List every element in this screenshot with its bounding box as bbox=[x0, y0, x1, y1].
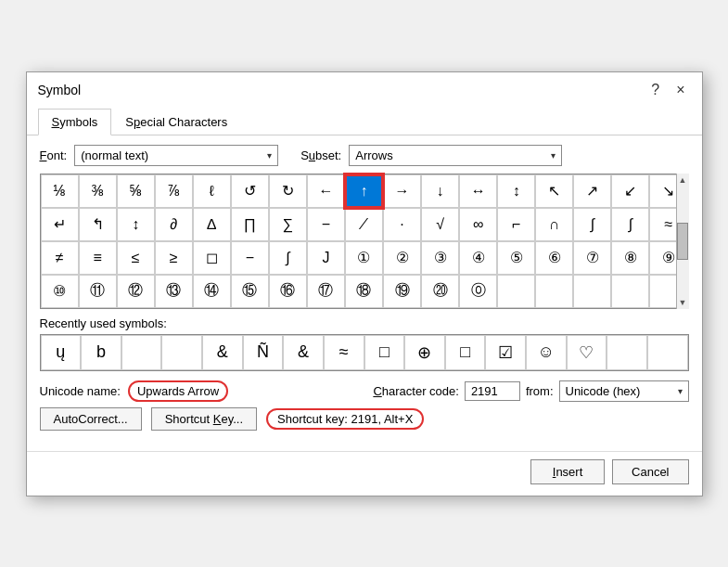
unicode-name-row: Unicode name: Upwards Arrow Character co… bbox=[40, 380, 689, 402]
recent-cell[interactable]: b bbox=[81, 335, 121, 370]
recent-cell[interactable]: ♡ bbox=[567, 335, 607, 370]
symbol-cell[interactable]: ⑯ bbox=[269, 275, 307, 308]
recent-cell[interactable]: ☑ bbox=[485, 335, 526, 370]
from-select[interactable]: Unicode (hex) ▾ bbox=[559, 380, 689, 402]
symbol-cell[interactable]: ∫ bbox=[573, 208, 611, 241]
symbol-cell[interactable]: ⓪ bbox=[459, 275, 497, 308]
symbol-cell[interactable]: ∑ bbox=[269, 208, 307, 241]
symbol-cell[interactable]: ⑰ bbox=[307, 275, 345, 308]
symbol-cell[interactable]: ↙ bbox=[611, 174, 649, 208]
symbol-cell[interactable]: ∂ bbox=[155, 208, 193, 241]
symbol-cell[interactable]: ≥ bbox=[155, 241, 193, 275]
symbol-cell[interactable]: ∫ bbox=[269, 241, 307, 275]
recent-cell[interactable] bbox=[161, 335, 202, 370]
symbol-cell[interactable]: ⑦ bbox=[573, 241, 611, 275]
symbol-cell[interactable]: ⑤ bbox=[497, 241, 535, 275]
symbol-cell[interactable]: ⅛ bbox=[41, 174, 79, 208]
symbol-cell[interactable]: ⑬ bbox=[155, 275, 193, 308]
recent-cell[interactable]: ⊕ bbox=[404, 335, 445, 370]
symbol-cell[interactable]: − bbox=[307, 208, 345, 241]
symbol-cell[interactable]: ∏ bbox=[231, 208, 269, 241]
symbol-cell[interactable]: ≠ bbox=[41, 241, 79, 275]
symbol-cell[interactable]: ↻ bbox=[269, 174, 307, 208]
symbol-cell[interactable]: ↺ bbox=[231, 174, 269, 208]
cancel-button[interactable]: Cancel bbox=[612, 459, 688, 484]
symbol-cell[interactable] bbox=[535, 275, 573, 308]
symbol-cell[interactable]: ≡ bbox=[79, 241, 117, 275]
symbol-cell[interactable]: ≤ bbox=[117, 241, 155, 275]
symbol-cell[interactable]: ⑲ bbox=[383, 275, 421, 308]
symbol-cell[interactable]: ◻ bbox=[193, 241, 231, 275]
symbol-cell[interactable]: ↕ bbox=[497, 174, 535, 208]
symbol-cell[interactable] bbox=[573, 275, 611, 308]
symbol-cell[interactable]: ⑳ bbox=[421, 275, 459, 308]
symbol-cell[interactable]: ⑫ bbox=[117, 275, 155, 308]
symbol-cell[interactable]: · bbox=[383, 208, 421, 241]
recent-cell[interactable] bbox=[121, 335, 162, 370]
symbol-cell[interactable]: ↵ bbox=[41, 208, 79, 241]
symbol-cell[interactable]: ⑮ bbox=[231, 275, 269, 308]
symbol-cell[interactable]: ↔ bbox=[459, 174, 497, 208]
recently-used-grid: ų b & Ñ & ≈ □ ⊕ □ ☑ ☺ ♡ bbox=[40, 334, 689, 371]
symbol-cell[interactable]: ③ bbox=[421, 241, 459, 275]
recent-cell[interactable]: & bbox=[283, 335, 324, 370]
symbol-cell[interactable]: √ bbox=[421, 208, 459, 241]
symbol-cell[interactable]: ⑭ bbox=[193, 275, 231, 308]
unicode-name-value: Upwards Arrow bbox=[128, 380, 228, 402]
symbol-cell[interactable]: ② bbox=[383, 241, 421, 275]
recent-cell[interactable]: □ bbox=[364, 335, 405, 370]
tab-special-characters[interactable]: Special Characters bbox=[111, 109, 241, 135]
symbol-cell[interactable]: ∩ bbox=[535, 208, 573, 241]
scroll-down-icon[interactable]: ▼ bbox=[679, 298, 687, 309]
recent-cell[interactable]: & bbox=[202, 335, 243, 370]
symbol-cell[interactable]: ⌐ bbox=[497, 208, 535, 241]
symbol-cell[interactable]: ⅜ bbox=[79, 174, 117, 208]
symbol-cell[interactable]: ∞ bbox=[459, 208, 497, 241]
recent-cell[interactable]: Ñ bbox=[243, 335, 284, 370]
shortcut-key-button[interactable]: Shortcut Key... bbox=[151, 407, 257, 431]
recent-cell[interactable] bbox=[607, 335, 647, 370]
symbol-cell[interactable]: ⅞ bbox=[155, 174, 193, 208]
symbol-cell[interactable]: ⑪ bbox=[79, 275, 117, 308]
symbol-cell[interactable]: ① bbox=[345, 241, 383, 275]
recent-cell[interactable]: ☺ bbox=[526, 335, 567, 370]
symbol-cell[interactable]: → bbox=[383, 174, 421, 208]
insert-button[interactable]: Insert bbox=[530, 459, 605, 484]
symbol-cell[interactable]: ↕ bbox=[117, 208, 155, 241]
symbol-grid: ⅛ ⅜ ⅝ ⅞ ℓ ↺ ↻ ← ↑ → ↓ ↔ ↕ ↖ ↗ ↙ ↘ ↵ ↰ ↕ bbox=[40, 174, 689, 309]
symbol-cell[interactable]: ∫ bbox=[611, 208, 649, 241]
symbol-cell[interactable]: − bbox=[231, 241, 269, 275]
symbol-cell[interactable]: ⑩ bbox=[41, 275, 79, 308]
symbol-cell[interactable]: ℓ bbox=[193, 174, 231, 208]
symbol-cell[interactable] bbox=[497, 275, 535, 308]
symbol-cell[interactable]: ⅝ bbox=[117, 174, 155, 208]
recent-cell[interactable]: ų bbox=[41, 335, 82, 370]
tab-symbols[interactable]: Symbols bbox=[38, 109, 112, 135]
symbol-cell[interactable]: ↓ bbox=[421, 174, 459, 208]
symbol-cell[interactable]: ↗ bbox=[573, 174, 611, 208]
autocorrect-button[interactable]: AutoCorrect... bbox=[40, 407, 142, 431]
symbol-cell[interactable]: ④ bbox=[459, 241, 497, 275]
symbol-cell[interactable]: ↖ bbox=[535, 174, 573, 208]
symbol-cell[interactable]: ∆ bbox=[193, 208, 231, 241]
scroll-thumb[interactable] bbox=[677, 223, 688, 260]
subset-select[interactable]: Arrows ▾ bbox=[349, 145, 562, 166]
symbol-cell[interactable]: ⑧ bbox=[611, 241, 649, 275]
symbol-cell[interactable]: ⑱ bbox=[345, 275, 383, 308]
symbol-cell[interactable]: ↰ bbox=[79, 208, 117, 241]
scrollbar[interactable]: ▲ ▼ bbox=[676, 174, 689, 309]
help-button[interactable]: ? bbox=[645, 80, 665, 100]
symbol-cell[interactable]: ← bbox=[307, 174, 345, 208]
symbol-cell[interactable]: J bbox=[307, 241, 345, 275]
symbol-cell[interactable] bbox=[611, 275, 649, 308]
symbol-cell-selected[interactable]: ↑ bbox=[345, 174, 383, 208]
recent-cell[interactable]: □ bbox=[445, 335, 486, 370]
recent-cell[interactable]: ≈ bbox=[324, 335, 364, 370]
font-select[interactable]: (normal text) ▾ bbox=[74, 145, 278, 166]
symbol-cell[interactable]: ⑥ bbox=[535, 241, 573, 275]
scroll-up-icon[interactable]: ▲ bbox=[679, 174, 687, 185]
symbol-cell[interactable]: ∕ bbox=[345, 208, 383, 241]
recent-cell[interactable] bbox=[647, 335, 688, 370]
char-code-input[interactable] bbox=[465, 381, 520, 401]
close-button[interactable]: × bbox=[671, 80, 690, 100]
